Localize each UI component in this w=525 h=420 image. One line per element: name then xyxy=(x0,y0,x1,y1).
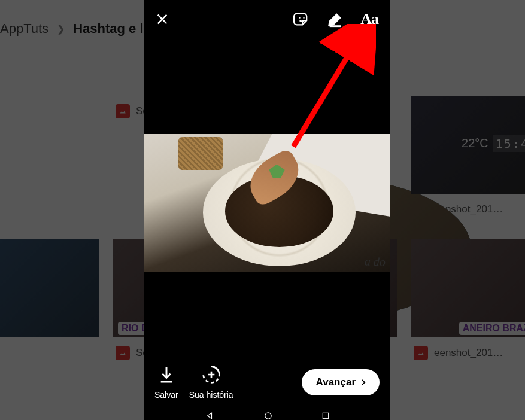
download-icon xyxy=(157,365,176,384)
draw-button[interactable] xyxy=(327,11,344,28)
story-label: Sua história xyxy=(189,390,233,400)
close-button[interactable] xyxy=(156,13,169,26)
save-button[interactable]: Salvar xyxy=(154,365,178,400)
svg-rect-3 xyxy=(323,413,329,418)
android-navbar xyxy=(144,407,390,420)
svg-point-1 xyxy=(304,17,305,19)
svg-point-0 xyxy=(299,17,301,19)
story-photo[interactable]: a do xyxy=(144,134,390,272)
text-tool-button[interactable]: Aa xyxy=(360,10,378,28)
next-button[interactable]: Avançar xyxy=(302,369,380,395)
recents-icon[interactable] xyxy=(321,412,330,420)
your-story-button[interactable]: Sua história xyxy=(189,365,233,400)
svg-point-2 xyxy=(265,413,272,419)
home-icon[interactable] xyxy=(263,412,274,420)
napkin-text: a do xyxy=(364,255,386,269)
sticker-button[interactable] xyxy=(293,11,310,28)
back-icon[interactable] xyxy=(204,412,216,420)
story-add-icon xyxy=(202,365,221,384)
save-label: Salvar xyxy=(154,390,178,400)
next-label: Avançar xyxy=(316,376,356,388)
story-editor: Aa a do Salvar xyxy=(144,0,390,420)
